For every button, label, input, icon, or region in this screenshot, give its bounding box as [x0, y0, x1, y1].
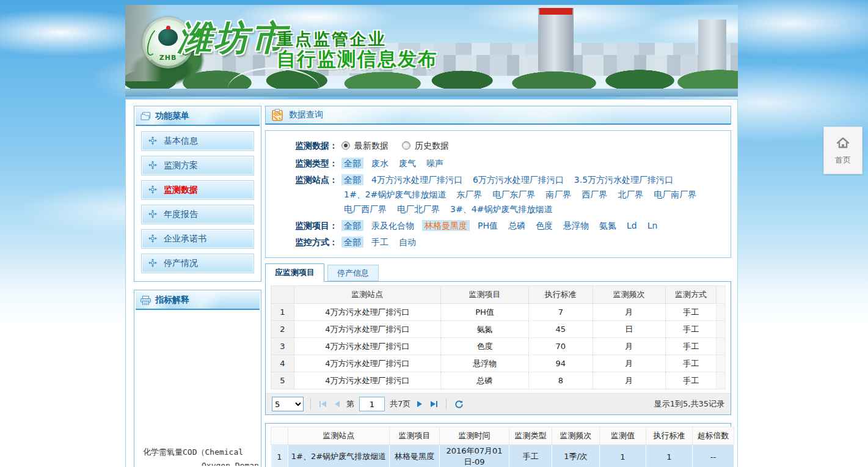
home-icon — [836, 136, 850, 150]
filter-option[interactable]: 电厂东厂界 — [490, 189, 538, 200]
filter-option[interactable]: 3.5万方污水处理厂排污口 — [572, 174, 676, 185]
table-row[interactable]: 54万方污水处理厂排污口总磷8月手工 — [271, 372, 726, 389]
filter-option[interactable]: 6万方污水处理厂排污口 — [470, 174, 566, 185]
sidebar-item-label: 年度报告 — [164, 209, 198, 220]
filter-option[interactable]: 3#、4#锅炉废气排放烟道 — [448, 204, 555, 215]
table-row[interactable]: 44万方污水处理厂排污口悬浮物94月手工 — [271, 355, 726, 372]
tab-inactive[interactable]: 停产信息 — [327, 265, 379, 281]
filter-option[interactable]: 电厂南厂界 — [651, 189, 699, 200]
indicator-panel-title: 指标解释 — [155, 295, 189, 306]
sidebar-item-link[interactable]: 企业承诺书 — [142, 230, 253, 248]
column-header: 监测站点 — [288, 427, 390, 445]
filter-label: 监测站点： — [295, 172, 338, 216]
filter-label: 监控方式： — [295, 235, 338, 249]
sidebar-item-label: 监测方案 — [164, 160, 198, 171]
filter-option[interactable]: 林格曼黑度 — [422, 220, 470, 231]
filter-panel: 监测数据：最新数据历史数据监测类型：全部废水废气噪声监测站点：全部4万方污水处理… — [265, 130, 731, 258]
table-cell: 林格曼黑度 — [390, 445, 440, 467]
last-page-button[interactable] — [429, 401, 439, 407]
filter-option[interactable]: 西厂界 — [579, 189, 610, 200]
filter-option[interactable]: 北厂界 — [615, 189, 646, 200]
column-header: 监测频次 — [593, 286, 665, 304]
table-cell: 4万方污水处理厂排污口 — [294, 338, 440, 355]
indicator-text: 化学需氧量COD（Chemical — [143, 447, 243, 458]
filter-option[interactable]: 全部 — [341, 237, 363, 248]
table-cell: 氨氮 — [440, 321, 528, 338]
filter-option[interactable]: 全部 — [341, 174, 363, 185]
filter-option[interactable]: 色度 — [533, 220, 555, 231]
table-cell: 2016年07月01日-09 — [440, 445, 509, 467]
filter-option[interactable]: 废水 — [369, 158, 391, 169]
table-row[interactable]: 24万方污水处理厂排污口氨氮45日手工 — [271, 321, 726, 338]
page-title-bar: 数据查询 — [265, 106, 731, 125]
filter-option[interactable]: 自动 — [396, 237, 418, 248]
table-cell: 月 — [593, 304, 665, 321]
filter-option[interactable]: 电厂北厂界 — [395, 204, 442, 215]
filter-option[interactable]: 氨氮 — [597, 220, 619, 231]
column-header: 执行标准 — [529, 286, 593, 304]
site-subtitle-2: 自行监测信息发布 — [277, 46, 438, 72]
sidebar-item-label: 企业承诺书 — [164, 234, 206, 245]
row-number-cell: 5 — [271, 372, 294, 389]
compass-icon — [148, 161, 157, 171]
prev-page-button[interactable] — [333, 401, 341, 407]
table-cell: 45 — [529, 321, 593, 338]
table-cell: 手工 — [665, 321, 717, 338]
row-number-cell: 1 — [271, 304, 294, 321]
filter-row: 监测站点：全部4万方污水处理厂排污口6万方污水处理厂排污口3.5万方污水处理厂排… — [295, 172, 718, 216]
banner: ZHB 潍坊市 重点监管企业 自行监测信息发布 — [125, 5, 738, 97]
first-page-button[interactable] — [318, 401, 328, 407]
filter-option[interactable]: Ln — [645, 220, 660, 231]
record-summary: 显示1到5,共35记录 — [654, 399, 724, 410]
filter-option[interactable]: 手工 — [369, 237, 391, 248]
filter-option[interactable]: 噪声 — [424, 158, 446, 169]
home-button[interactable]: 首页 — [823, 127, 863, 174]
filter-option[interactable]: 南厂界 — [543, 189, 574, 200]
tab-active[interactable]: 应监测项目 — [265, 263, 324, 282]
filter-option[interactable]: 1#、2#锅炉废气排放烟道 — [341, 189, 448, 200]
spacer-column — [717, 286, 726, 304]
filter-option[interactable]: 全部 — [341, 158, 363, 169]
filter-option[interactable]: 全部 — [341, 220, 363, 231]
site-title: 潍坊市 — [178, 21, 288, 55]
next-page-button[interactable] — [415, 401, 424, 407]
filter-option[interactable]: Ld — [624, 220, 640, 231]
table-cell: 1 — [600, 445, 646, 467]
filter-option[interactable]: 总磷 — [506, 220, 528, 231]
filter-option[interactable]: 汞及化合物 — [369, 220, 417, 231]
monitoring-data-table: 监测站点监测项目监测时间监测类型监测频次监测值执行标准超标倍数11#、2#锅炉废… — [271, 427, 734, 467]
table-row[interactable]: 34万方污水处理厂排污口色度70月手工 — [271, 338, 726, 355]
row-number-cell: 4 — [271, 355, 294, 372]
radio-option[interactable]: 最新数据 — [341, 138, 388, 153]
sidebar-item-link[interactable]: 基本信息 — [142, 132, 253, 150]
table-cell: 手工 — [509, 445, 552, 467]
clipboard-icon — [272, 109, 283, 121]
table-cell: 悬浮物 — [440, 355, 528, 372]
filter-option[interactable]: 悬浮物 — [561, 220, 591, 231]
sidebar-item-link[interactable]: 停产情况 — [142, 254, 253, 273]
filter-label: 监测项目： — [295, 218, 338, 233]
filter-option[interactable]: 东厂界 — [454, 189, 484, 200]
sidebar-item-link[interactable]: 年度报告 — [142, 205, 253, 224]
separator — [310, 399, 311, 410]
filter-option[interactable]: 4万方污水处理厂排污口 — [369, 174, 465, 185]
spacer-cell — [717, 321, 726, 338]
sidebar-item-link[interactable]: 监测方案 — [142, 156, 253, 175]
sidebar: 功能菜单 基本信息监测方案监测数据年度报告企业承诺书停产情况 指标解释 化学需氧… — [134, 106, 261, 467]
compass-icon — [148, 210, 157, 220]
page-size-select[interactable]: 5 — [272, 397, 304, 411]
radio-option[interactable]: 历史数据 — [402, 138, 449, 153]
refresh-icon[interactable] — [454, 400, 464, 409]
page-number-input[interactable] — [359, 397, 385, 411]
filter-option[interactable]: PH值 — [475, 220, 500, 231]
compass-icon — [148, 259, 157, 269]
table-row[interactable]: 14万方污水处理厂排污口PH值7月手工 — [271, 304, 726, 321]
filter-option[interactable]: 电厂西厂界 — [341, 204, 389, 215]
table-cell: -- — [693, 445, 734, 467]
sidebar-item-active[interactable]: 监测数据 — [142, 181, 253, 199]
function-menu-panel: 功能菜单 基本信息监测方案监测数据年度报告企业承诺书停产情况 — [134, 106, 261, 282]
filter-option[interactable]: 废气 — [396, 158, 418, 169]
menu-items: 基本信息监测方案监测数据年度报告企业承诺书停产情况 — [136, 126, 260, 280]
table-row[interactable]: 11#、2#锅炉废气排放烟道林格曼黑度2016年07月01日-09手工1季/次1… — [271, 445, 734, 467]
table-cell: 色度 — [440, 338, 528, 355]
